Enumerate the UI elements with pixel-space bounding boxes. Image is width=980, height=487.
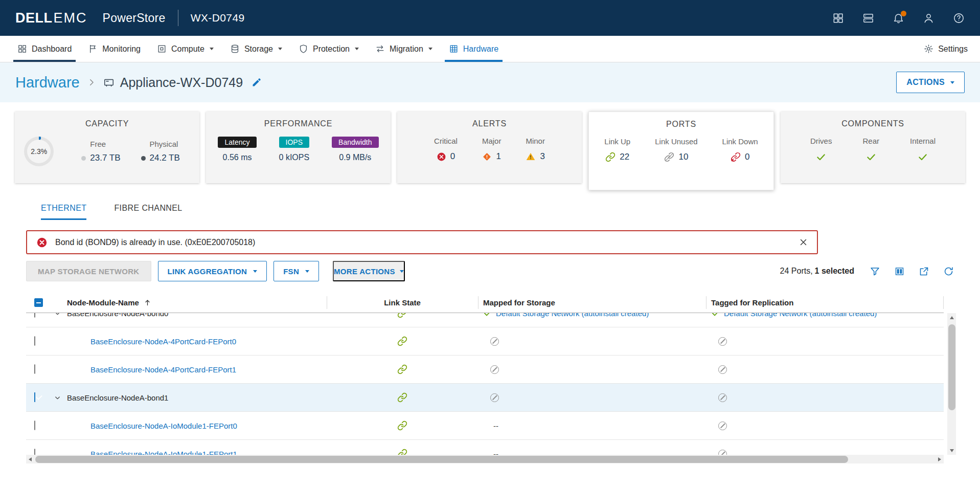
column-header-tagged[interactable]: Tagged for Replication (706, 298, 944, 307)
capacity-card[interactable]: CAPACITY 2.3% Free 23.7 TB Physical 24.2… (15, 112, 199, 183)
refresh-icon[interactable] (943, 266, 954, 277)
help-icon[interactable] (953, 12, 965, 24)
row-checkbox[interactable] (34, 364, 35, 374)
user-icon[interactable] (923, 12, 935, 24)
tab-ethernet[interactable]: ETHERNET (41, 204, 86, 220)
actions-button-label: ACTIONS (906, 78, 945, 87)
scroll-down-arrow[interactable] (947, 446, 956, 455)
select-all-checkbox[interactable] (34, 298, 43, 307)
vertical-scroll-thumb[interactable] (948, 324, 955, 410)
apps-grid-icon[interactable] (832, 12, 844, 24)
chevron-down-icon (400, 270, 404, 273)
scroll-left-arrow[interactable] (29, 457, 32, 461)
chevron-down-icon (428, 48, 432, 50)
port-name-link[interactable]: BaseEnclosure-NodeA-4PortCard-FEPort0 (90, 337, 236, 346)
horizontal-scroll-thumb[interactable] (35, 456, 848, 463)
more-actions-button[interactable]: MORE ACTIONS (333, 261, 405, 281)
column-divider[interactable] (478, 296, 478, 309)
table-row-bond1-selected: BaseEnclosure-NodeA-bond1 (26, 384, 944, 412)
edit-pencil-icon[interactable] (252, 77, 262, 87)
physical-dot-icon (141, 156, 146, 161)
column-divider[interactable] (943, 296, 944, 309)
port-name-link[interactable]: BaseEnclosure-NodeA-IoModule1-FEPort0 (90, 422, 237, 430)
nav-label-monitoring: Monitoring (102, 45, 141, 54)
storage-icon (230, 44, 240, 54)
tagged-check-icon (711, 313, 720, 318)
mapped-network-link[interactable]: Default Storage Network (autoinstall cre… (496, 313, 649, 318)
actions-button[interactable]: ACTIONS (896, 72, 965, 93)
filter-icon[interactable] (870, 266, 880, 277)
row-checkbox[interactable] (34, 449, 35, 455)
link-unused-label: Link Unused (655, 137, 697, 146)
map-storage-network-button[interactable]: MAP STORAGE NETWORK (26, 261, 151, 281)
not-tagged-icon (718, 450, 727, 455)
column-header-mapped[interactable]: Mapped for Storage (478, 298, 706, 307)
chevron-down-icon (305, 270, 309, 273)
row-checkbox[interactable] (34, 313, 35, 318)
column-divider[interactable] (706, 296, 706, 309)
page-title: Appliance-WX-D0749 (120, 75, 243, 90)
row-checkbox[interactable] (34, 392, 35, 402)
notification-badge (901, 11, 906, 16)
scroll-up-arrow[interactable] (947, 313, 956, 322)
rear-status: Rear (862, 137, 879, 162)
vertical-scrollbar[interactable] (947, 313, 956, 455)
link-down-stat: Link Down 0 (722, 137, 758, 162)
dashboard-icon (17, 44, 27, 54)
nav-item-storage[interactable]: Storage (222, 36, 290, 62)
tab-fibre-channel[interactable]: FIBRE CHANNEL (114, 204, 182, 220)
error-banner: Bond id (BOND9) is already in use. (0xE0… (26, 230, 818, 254)
table-row-iomodule-feport1: BaseEnclosure-NodeA-IoModule1-FEPort1 -- (26, 440, 944, 455)
nav-item-protection[interactable]: Protection (290, 36, 367, 62)
app-header: DELL EMC PowerStore WX-D0749 (0, 0, 980, 36)
fsn-button[interactable]: FSN (274, 261, 319, 281)
scroll-right-arrow[interactable] (938, 457, 941, 461)
iops-value: 0 kIOPS (279, 153, 310, 162)
ports-card[interactable]: PORTS Link Up 22 Link Unused 10 Link Dow… (588, 112, 774, 190)
hardware-icon (449, 44, 459, 54)
bond-name: BaseEnclosure-NodeA-bond0 (67, 313, 168, 318)
link-aggregation-button[interactable]: LINK AGGREGATION (158, 261, 267, 281)
breadcrumb-section-link[interactable]: Hardware (15, 74, 80, 91)
more-actions-label: MORE ACTIONS (334, 267, 395, 276)
alerts-card[interactable]: ALERTS Critical 0 Major 1 Minor (397, 112, 582, 183)
rear-check-icon (866, 152, 876, 162)
expand-chevron-icon[interactable] (50, 394, 65, 402)
horizontal-scrollbar[interactable] (26, 455, 944, 463)
nav-item-migration[interactable]: Migration (367, 36, 441, 62)
nav-item-monitoring[interactable]: Monitoring (80, 36, 149, 62)
drives-label: Drives (810, 137, 832, 145)
link-up-icon (397, 364, 407, 374)
column-header-link-state[interactable]: Link State (327, 298, 478, 307)
row-checkbox[interactable] (34, 420, 35, 430)
columns-icon[interactable] (894, 266, 905, 277)
bandwidth-value: 0.9 MB/s (339, 153, 371, 162)
table-tool-icons (870, 266, 954, 277)
notifications-bell-icon[interactable] (893, 12, 904, 24)
column-divider[interactable] (327, 296, 327, 309)
nav-item-hardware[interactable]: Hardware (441, 36, 507, 62)
close-icon[interactable] (799, 238, 808, 247)
column-header-name[interactable]: Node-Module-Name (50, 298, 327, 307)
breadcrumb-bar: Hardware Appliance-WX-D0749 ACTIONS (0, 62, 980, 102)
expand-chevron-icon[interactable] (50, 313, 65, 317)
no-value-text: -- (493, 422, 498, 430)
row-checkbox[interactable] (34, 336, 35, 346)
nav-item-dashboard[interactable]: Dashboard (9, 36, 80, 62)
performance-card[interactable]: PERFORMANCE Latency 0.56 ms IOPS 0 kIOPS… (206, 112, 391, 183)
tagged-network-link[interactable]: Default Storage Network (autoinstall cre… (724, 313, 877, 318)
critical-count: 0 (450, 151, 455, 162)
dell-emc-logo: DELL EMC (15, 10, 87, 26)
rear-label: Rear (862, 137, 879, 145)
export-icon[interactable] (919, 266, 929, 277)
sort-ascending-icon (144, 299, 151, 306)
components-card[interactable]: COMPONENTS Drives Rear Internal (781, 112, 965, 183)
link-up-label: Link Up (604, 137, 630, 146)
port-name-link[interactable]: BaseEnclosure-NodeA-IoModule1-FEPort1 (90, 450, 237, 455)
settings-button[interactable]: Settings (921, 36, 971, 62)
nav-item-compute[interactable]: Compute (149, 36, 222, 62)
appliances-icon[interactable] (862, 12, 874, 24)
port-name-link[interactable]: BaseEnclosure-NodeA-4PortCard-FEPort1 (90, 365, 236, 374)
drives-status: Drives (810, 137, 832, 162)
link-unused-count: 10 (678, 152, 688, 162)
